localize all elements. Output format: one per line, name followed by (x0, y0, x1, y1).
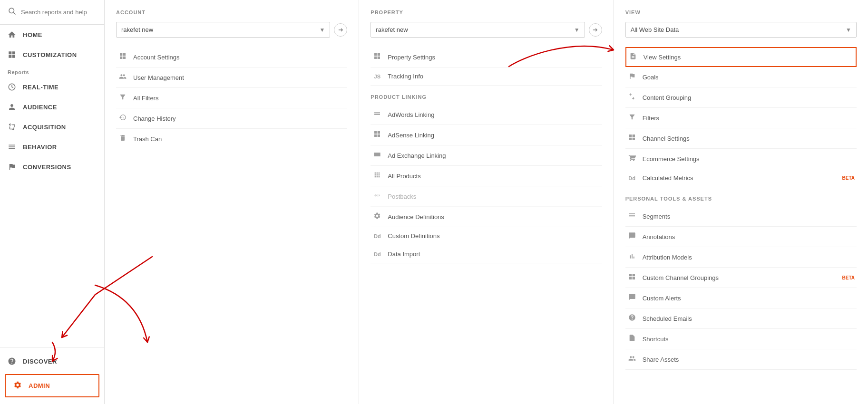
all-filters-label: All Filters (133, 95, 345, 102)
content-grouping-label: Content Grouping (643, 94, 855, 101)
segments-item[interactable]: Segments (625, 206, 857, 227)
custom-definitions-item[interactable]: Dd Custom Definitions (371, 227, 602, 245)
annotations-icon (627, 232, 637, 241)
account-dropdown-value: rakefet new (121, 26, 153, 33)
content-grouping-item[interactable]: Content Grouping (625, 87, 857, 108)
adwords-linking-item[interactable]: AdWords Linking (371, 105, 602, 125)
custom-channel-groupings-item[interactable]: Custom Channel Groupings BETA (625, 268, 857, 288)
sidebar-item-home[interactable]: HOME (0, 25, 104, 45)
goals-item[interactable]: Goals (625, 67, 857, 87)
sidebar-item-behavior[interactable]: BEHAVIOR (0, 137, 104, 157)
sidebar-item-conversions[interactable]: CONVERSIONS (0, 157, 104, 177)
view-settings-item[interactable]: View Settings (625, 47, 857, 67)
account-settings-icon (118, 52, 127, 62)
trash-can-item[interactable]: Trash Can (116, 129, 347, 149)
conversions-icon (8, 163, 16, 171)
property-column: PROPERTY rakefet new ▼ ➜ Property Settin… (359, 0, 614, 404)
share-assets-icon (627, 355, 637, 364)
annotations-item[interactable]: Annotations (625, 227, 857, 247)
property-settings-item[interactable]: Property Settings (371, 47, 602, 67)
adsense-linking-icon (372, 130, 382, 140)
sidebar-item-behavior-label: BEHAVIOR (23, 144, 57, 151)
trash-can-icon (118, 134, 127, 144)
filters-label: Filters (643, 115, 855, 122)
property-items: Property Settings JS Tracking Info PRODU… (371, 47, 602, 263)
custom-alerts-item[interactable]: Custom Alerts (625, 288, 857, 308)
search-placeholder: Search reports and help (21, 9, 87, 16)
adsense-linking-item[interactable]: AdSense Linking (371, 125, 602, 145)
trash-can-label: Trash Can (133, 135, 345, 143)
ad-exchange-linking-item[interactable]: Ad Exchange Linking (371, 145, 602, 166)
realtime-icon (8, 83, 16, 91)
sidebar-item-discover[interactable]: DISCOVER (0, 351, 104, 371)
sidebar-item-home-label: HOME (23, 31, 42, 38)
sidebar-item-discover-label: DISCOVER (23, 358, 57, 365)
product-linking-label: PRODUCT LINKING (371, 94, 602, 100)
attribution-models-icon (627, 252, 637, 262)
sidebar-item-realtime[interactable]: REAL-TIME (0, 77, 104, 97)
sidebar-item-audience-label: AUDIENCE (23, 104, 57, 111)
filters-icon (627, 113, 637, 123)
tracking-info-item[interactable]: JS Tracking Info (371, 67, 602, 86)
annotations-label: Annotations (643, 233, 855, 240)
calculated-metrics-item[interactable]: Dd Calculated Metrics BETA (625, 169, 857, 187)
attribution-models-item[interactable]: Attribution Models (625, 247, 857, 268)
property-arrow-btn[interactable]: ➜ (589, 23, 602, 37)
ad-exchange-linking-label: Ad Exchange Linking (388, 152, 600, 159)
shortcuts-item[interactable]: Shortcuts (625, 329, 857, 349)
svg-rect-4 (374, 114, 380, 115)
user-management-label: User Management (133, 74, 345, 81)
admin-icon (13, 381, 22, 391)
account-column: ACCOUNT rakefet new ▼ ➜ Account Settings (105, 0, 359, 404)
channel-settings-item[interactable]: Channel Settings (625, 128, 857, 149)
postbacks-item[interactable]: Postbacks (371, 186, 602, 207)
all-products-label: All Products (388, 173, 600, 180)
view-dropdown-chevron: ▼ (846, 27, 851, 33)
ecommerce-settings-icon (627, 154, 637, 164)
filters-item[interactable]: Filters (625, 108, 857, 128)
custom-channel-groupings-icon (627, 273, 637, 282)
custom-alerts-label: Custom Alerts (643, 295, 855, 302)
audience-definitions-item[interactable]: Audience Definitions (371, 207, 602, 227)
view-dropdown-value: All Web Site Data (631, 26, 679, 33)
audience-definitions-label: Audience Definitions (388, 213, 600, 221)
data-import-icon: Dd (372, 251, 382, 257)
ecommerce-settings-item[interactable]: Ecommerce Settings (625, 149, 857, 169)
custom-channel-groupings-beta: BETA (842, 275, 855, 280)
sidebar-item-acquisition[interactable]: ACQUISITION (0, 117, 104, 137)
postbacks-label: Postbacks (388, 193, 600, 200)
search-bar[interactable]: Search reports and help (0, 0, 104, 25)
share-assets-item[interactable]: Share Assets (625, 349, 857, 370)
account-settings-label: Account Settings (133, 54, 345, 61)
all-products-item[interactable]: All Products (371, 166, 602, 186)
account-dropdown[interactable]: rakefet new ▼ (116, 22, 330, 38)
sidebar-item-customization[interactable]: CUSTOMIZATION (0, 45, 104, 65)
property-settings-label: Property Settings (388, 54, 600, 61)
user-management-icon (118, 73, 127, 82)
account-header: ACCOUNT (116, 10, 347, 15)
customization-icon (8, 50, 16, 59)
goals-label: Goals (643, 74, 855, 81)
sidebar-item-audience[interactable]: AUDIENCE (0, 97, 104, 117)
scheduled-emails-item[interactable]: Scheduled Emails (625, 308, 857, 329)
view-dropdown[interactable]: All Web Site Data ▼ (625, 22, 857, 38)
account-settings-item[interactable]: Account Settings (116, 47, 347, 67)
view-settings-label: View Settings (644, 54, 854, 61)
adwords-linking-icon (372, 110, 382, 119)
account-arrow-btn[interactable]: ➜ (334, 23, 347, 37)
property-header: PROPERTY (371, 10, 602, 15)
user-management-item[interactable]: User Management (116, 67, 347, 88)
admin-label: ADMIN (29, 382, 50, 389)
ad-exchange-linking-icon (372, 151, 382, 160)
svg-point-0 (9, 8, 14, 13)
custom-definitions-icon: Dd (372, 233, 382, 239)
data-import-item[interactable]: Dd Data Import (371, 245, 602, 263)
all-filters-item[interactable]: All Filters (116, 88, 347, 108)
channel-settings-icon (627, 134, 637, 143)
audience-definitions-icon (372, 212, 382, 221)
all-products-icon (372, 171, 382, 181)
property-dropdown[interactable]: rakefet new ▼ (371, 22, 585, 38)
change-history-item[interactable]: Change History (116, 108, 347, 129)
view-items: View Settings Goals Content Grouping (625, 47, 857, 370)
admin-button[interactable]: ADMIN (5, 374, 99, 397)
